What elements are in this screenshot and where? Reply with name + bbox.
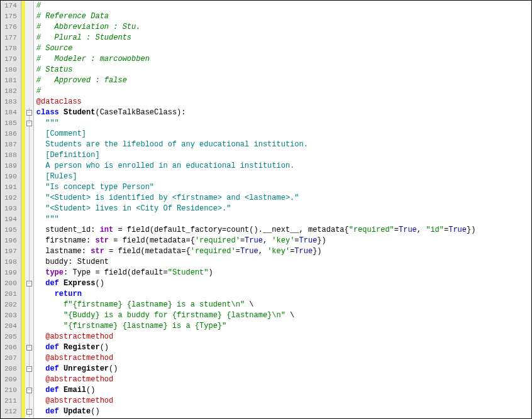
line-number[interactable]: 183: [1, 97, 21, 107]
token-builtin: True: [240, 247, 258, 256]
code-line[interactable]: #: [36, 86, 531, 97]
code-line[interactable]: type: Type = field(default="Student"): [36, 268, 531, 278]
code-line[interactable]: buddy: Student: [36, 257, 531, 268]
line-number[interactable]: 203: [1, 310, 21, 321]
code-line[interactable]: @abstractmethod: [36, 374, 531, 385]
line-number[interactable]: 199: [1, 268, 21, 278]
line-number[interactable]: 210: [1, 385, 21, 396]
fold-toggle-icon[interactable]: −: [26, 121, 32, 126]
line-number[interactable]: 174: [1, 1, 21, 11]
code-line[interactable]: def Unregister(): [36, 364, 531, 374]
line-number[interactable]: 205: [1, 332, 21, 342]
fold-toggle-icon[interactable]: −: [26, 281, 32, 286]
line-number[interactable]: 194: [1, 214, 21, 225]
line-number[interactable]: 187: [1, 139, 21, 150]
line-number[interactable]: 206: [1, 342, 21, 353]
line-number[interactable]: 195: [1, 225, 21, 236]
code-line[interactable]: f"{firstname} {lastname} is a student\n"…: [36, 300, 531, 310]
code-line[interactable]: "{firstname} {lastname} is a {Type}": [36, 321, 531, 332]
line-number[interactable]: 177: [1, 33, 21, 43]
token-string: f"{firstname} {lastname} is a student\n": [64, 300, 245, 309]
code-line[interactable]: def Update(): [36, 406, 531, 417]
line-number[interactable]: 186: [1, 129, 21, 139]
code-line[interactable]: @abstractmethod: [36, 353, 531, 364]
code-line[interactable]: "<Student> lives in <City Of Residence>.…: [36, 204, 531, 214]
code-line[interactable]: def Email(): [36, 385, 531, 396]
code-line[interactable]: lastname: str = field(metadata={'require…: [36, 246, 531, 257]
code-line[interactable]: # Modeler : marcowobben: [36, 54, 531, 65]
code-line[interactable]: #: [36, 1, 531, 11]
fold-guide-line: [29, 257, 30, 268]
line-number[interactable]: 180: [1, 65, 21, 75]
fold-toggle-icon[interactable]: −: [26, 388, 32, 393]
line-number[interactable]: 202: [1, 300, 21, 310]
line-number[interactable]: 201: [1, 289, 21, 300]
code-line[interactable]: # Reference Data: [36, 11, 531, 22]
code-line[interactable]: A person who is enrolled in an education…: [36, 161, 531, 171]
code-line[interactable]: @dataclass: [36, 97, 531, 107]
line-number[interactable]: 181: [1, 75, 21, 86]
line-number[interactable]: 212: [1, 406, 21, 417]
code-line[interactable]: @abstractmethod: [36, 396, 531, 406]
fold-toggle-icon[interactable]: −: [26, 366, 32, 372]
line-number[interactable]: 209: [1, 374, 21, 385]
token-name: [36, 322, 64, 330]
fold-cell: [25, 161, 33, 171]
token-decorator: @dataclass: [36, 97, 82, 106]
fold-cell: [25, 129, 33, 139]
line-number[interactable]: 196: [1, 236, 21, 246]
line-number[interactable]: 200: [1, 278, 21, 289]
code-line[interactable]: @abstractmethod: [36, 332, 531, 342]
token-name: [36, 151, 45, 160]
line-number[interactable]: 184: [1, 107, 21, 118]
code-line[interactable]: """: [36, 118, 531, 129]
code-line[interactable]: return: [36, 289, 531, 300]
token-builtin: True: [448, 226, 467, 234]
line-number[interactable]: 192: [1, 193, 21, 204]
code-line[interactable]: # Source: [36, 43, 531, 54]
code-line[interactable]: [Comment]: [36, 129, 531, 139]
line-number[interactable]: 211: [1, 396, 21, 406]
fold-guide-line: [29, 150, 30, 161]
line-number[interactable]: 185: [1, 118, 21, 129]
code-line[interactable]: # Abbreviation : Stu.: [36, 22, 531, 33]
line-number[interactable]: 198: [1, 257, 21, 268]
code-line[interactable]: firstname: str = field(metadata={'requir…: [36, 236, 531, 246]
code-editor[interactable]: 1741751761771781791801811821831841851861…: [1, 1, 531, 418]
code-line[interactable]: [Rules]: [36, 171, 531, 182]
line-number[interactable]: 175: [1, 11, 21, 22]
line-number[interactable]: 204: [1, 321, 21, 332]
line-number[interactable]: 207: [1, 353, 21, 364]
code-line[interactable]: "<Student> is identified by <firstname> …: [36, 193, 531, 204]
fold-toggle-icon[interactable]: −: [26, 345, 32, 351]
token-punct: \: [245, 300, 253, 309]
line-number[interactable]: 188: [1, 150, 21, 161]
line-number[interactable]: 193: [1, 204, 21, 214]
fold-toggle-icon[interactable]: −: [26, 409, 32, 415]
code-line[interactable]: [Definition]: [36, 150, 531, 161]
code-line[interactable]: # Plural : Students: [36, 33, 531, 43]
line-number[interactable]: 182: [1, 86, 21, 97]
code-line[interactable]: "{Buddy} is a buddy for {firstname} {las…: [36, 310, 531, 321]
fold-toggle-icon[interactable]: −: [26, 110, 32, 116]
token-name: [36, 183, 45, 192]
code-line[interactable]: # Approved : false: [36, 75, 531, 86]
code-line[interactable]: # Status: [36, 65, 531, 75]
code-line[interactable]: Students are the lifeblood of any educat…: [36, 139, 531, 150]
line-number[interactable]: 176: [1, 22, 21, 33]
code-line[interactable]: student_id: int = field(default_factory=…: [36, 225, 531, 236]
code-line[interactable]: "Is concept type Person": [36, 182, 531, 193]
code-line[interactable]: def Express(): [36, 278, 531, 289]
line-number[interactable]: 179: [1, 54, 21, 65]
code-line[interactable]: class Student(CaseTalkBaseClass):: [36, 107, 531, 118]
code-line[interactable]: """: [36, 214, 531, 225]
code-content[interactable]: ## Reference Data# Abbreviation : Stu.# …: [34, 1, 531, 418]
code-line[interactable]: def Register(): [36, 342, 531, 353]
line-number[interactable]: 178: [1, 43, 21, 54]
line-number[interactable]: 208: [1, 364, 21, 374]
line-number[interactable]: 189: [1, 161, 21, 171]
line-number[interactable]: 197: [1, 246, 21, 257]
line-number[interactable]: 191: [1, 182, 21, 193]
token-name: [36, 215, 45, 224]
line-number[interactable]: 190: [1, 171, 21, 182]
